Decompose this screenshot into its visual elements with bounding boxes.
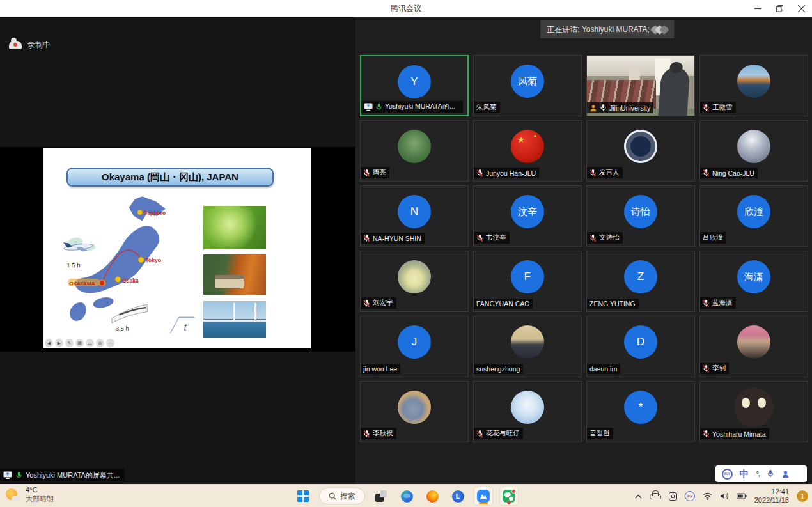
- notification-badge[interactable]: 1: [797, 490, 808, 502]
- taskbar-app-gallery[interactable]: [371, 487, 391, 506]
- participant-namebar: daeun im: [587, 364, 620, 374]
- participant-tile[interactable]: 欣潼吕欣潼: [699, 185, 808, 247]
- next-slide-button[interactable]: ▶: [55, 339, 63, 347]
- avatar-photo: [398, 391, 431, 424]
- punctuation-button[interactable]: °,: [756, 470, 760, 478]
- voice-input-button[interactable]: [767, 469, 774, 478]
- taskbar-clock[interactable]: 12:41 2022/11/18: [754, 488, 789, 504]
- participant-tile[interactable]: 花花与旺仔: [473, 381, 582, 442]
- participant-tile[interactable]: FFANGYUAN CAO: [473, 251, 582, 312]
- mic-muted-icon: [363, 299, 370, 308]
- participant-name: sushengzhong: [476, 365, 520, 373]
- tray-wifi-button[interactable]: [703, 492, 712, 500]
- speaking-banner: 正在讲话: Yoshiyuki MURATA;: [540, 20, 674, 38]
- participant-name: 花花与旺仔: [486, 429, 520, 438]
- participant-tile[interactable]: 海潇蓝海潇: [699, 251, 808, 312]
- participant-tile[interactable]: 唐亮: [360, 120, 469, 182]
- recording-indicator[interactable]: 录制中: [9, 40, 51, 51]
- avatar: F: [511, 260, 544, 293]
- bridge-deck: [203, 320, 266, 322]
- avatar-photo: [737, 65, 770, 98]
- participant-tile[interactable]: 凤菊朱凤菊: [473, 55, 582, 116]
- participant-name: 唐亮: [373, 168, 386, 177]
- participant-tile[interactable]: 王微雪: [699, 55, 808, 116]
- minimize-button[interactable]: [747, 0, 769, 17]
- chinese-mode-button[interactable]: 中: [740, 468, 749, 480]
- participant-name: jin woo Lee: [363, 365, 397, 373]
- participant-namebar: 吕欣潼: [700, 232, 726, 244]
- participant-tile[interactable]: 李秋祝: [360, 381, 469, 442]
- tray-onedrive-button[interactable]: [650, 493, 661, 499]
- weather-widget[interactable]: 4°C 大部晴朗: [5, 486, 54, 504]
- keyboard-grid-button[interactable]: [797, 472, 800, 476]
- participant-tile[interactable]: 刘宏宇: [360, 251, 469, 312]
- participant-tile[interactable]: *공정현: [586, 381, 695, 442]
- tray-battery-button[interactable]: [737, 493, 747, 499]
- tray-chevron-button[interactable]: [635, 494, 642, 499]
- participant-name: 蓝海潇: [712, 299, 733, 308]
- participant-name: Ning Cao-JLU: [712, 169, 754, 177]
- start-button[interactable]: [293, 487, 313, 506]
- taskbar-app-tencent-meeting[interactable]: [474, 487, 493, 506]
- participant-tile[interactable]: JilinUniversity: [586, 55, 695, 116]
- prev-slide-button[interactable]: ◀: [45, 339, 53, 347]
- participant-namebar: NA-HYUN SHIN: [361, 233, 425, 244]
- participant-namebar: 王微雪: [700, 102, 736, 113]
- more-button[interactable]: ⋯: [106, 339, 114, 347]
- notification-dot: [511, 489, 516, 494]
- audio-wave-icon: [655, 26, 668, 33]
- highlighter-button[interactable]: ▤: [75, 339, 84, 347]
- screen-share-label: Yoshiyuki MURATA的屏幕共...: [26, 471, 120, 480]
- magnifier-button[interactable]: ⊙: [96, 339, 104, 347]
- participant-tile[interactable]: 发言人: [586, 120, 695, 182]
- participant-tile[interactable]: sushengzhong: [473, 316, 582, 377]
- participant-tile[interactable]: Yoshiharu Mimata: [699, 381, 808, 442]
- window-controls: [747, 0, 812, 17]
- participant-namebar: 朱凤菊: [474, 102, 500, 113]
- avatar-initials: 诗怡: [631, 206, 650, 218]
- participant-namebar: 공정현: [587, 428, 613, 439]
- participant-tile[interactable]: 汶辛韦汶辛: [473, 185, 582, 247]
- participant-tile[interactable]: ZZENG YUTING: [586, 251, 695, 312]
- avatar-initials: *: [639, 401, 643, 414]
- classroom-person: [659, 68, 691, 116]
- participant-tile[interactable]: 李钊: [699, 316, 808, 377]
- board-button[interactable]: ▭: [86, 339, 94, 347]
- wechat-icon: [503, 490, 515, 503]
- restore-button[interactable]: [769, 0, 790, 17]
- participant-namebar: FANGYUAN CAO: [474, 299, 533, 309]
- avatar: 诗怡: [624, 195, 657, 228]
- participant-name: 刘宏宇: [373, 299, 393, 308]
- avatar-initials: Y: [410, 75, 418, 88]
- participant-tile[interactable]: Ddaeun im: [586, 316, 695, 377]
- account-button[interactable]: [781, 470, 790, 478]
- tray-ifly-button[interactable]: iFLY: [685, 491, 695, 501]
- participant-tile[interactable]: Junyou Han-JLU: [473, 120, 582, 182]
- avatar-photo: [398, 130, 431, 163]
- participant-tile[interactable]: Jjin woo Lee: [360, 316, 469, 377]
- participant-tile[interactable]: 诗怡文诗怡: [586, 185, 695, 247]
- restore-icon: [776, 5, 783, 12]
- participant-name: ZENG YUTING: [589, 300, 636, 308]
- mic-muted-icon: [703, 299, 710, 308]
- avatar-photo: [624, 130, 657, 163]
- participant-name: FANGYUAN CAO: [476, 300, 529, 308]
- pen-button[interactable]: ✎: [65, 339, 74, 347]
- participant-name: 文诗怡: [599, 233, 620, 242]
- participant-tile[interactable]: YYoshiyuki MURATA的屏幕共...: [360, 55, 469, 116]
- wifi-icon: [703, 492, 712, 500]
- taskbar-app-firefox[interactable]: [423, 487, 442, 506]
- ifly-logo-icon[interactable]: iFLY: [722, 469, 733, 480]
- tray-volume-button[interactable]: [720, 492, 729, 500]
- taskbar-app-edge[interactable]: [397, 487, 416, 506]
- participant-tile[interactable]: NNA-HYUN SHIN: [360, 185, 469, 247]
- search-box[interactable]: 搜索: [319, 488, 365, 504]
- avatar-photo: [511, 325, 544, 359]
- mic-muted-icon: [363, 169, 370, 177]
- tray-ime-panel-button[interactable]: [669, 492, 677, 501]
- slide-title-box: Okayama (岡山・冈山), JAPAN: [66, 168, 274, 187]
- close-button[interactable]: [790, 0, 812, 17]
- participant-tile[interactable]: Ning Cao-JLU: [699, 120, 808, 182]
- taskbar-app-wechat[interactable]: [499, 487, 519, 506]
- taskbar-app-lenovo[interactable]: L: [448, 487, 467, 506]
